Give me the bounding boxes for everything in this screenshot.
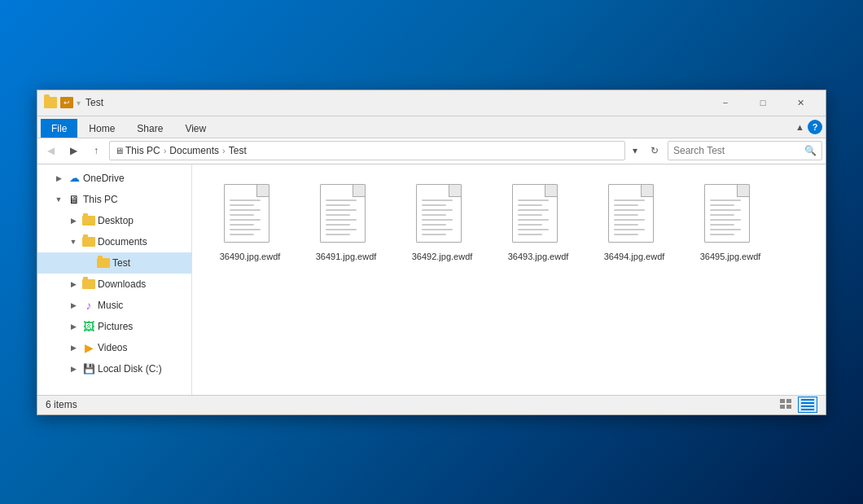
expand-this-pc-icon[interactable]: ▼ xyxy=(52,193,65,206)
sidebar-label-documents: Documents xyxy=(98,236,147,248)
file-doc-icon-2 xyxy=(416,184,468,246)
test-folder-icon xyxy=(96,256,111,270)
svg-rect-3 xyxy=(786,405,791,409)
expand-desktop-icon[interactable]: ▶ xyxy=(67,214,80,227)
sidebar-label-this-pc: This PC xyxy=(83,194,118,205)
tab-home[interactable]: Home xyxy=(78,119,125,138)
local-disk-icon: 💾 xyxy=(81,362,96,375)
file-doc-icon-3 xyxy=(512,184,564,246)
ribbon: File Home Share View ▲ ? xyxy=(37,116,826,138)
desktop-folder-icon xyxy=(81,214,96,227)
sidebar-label-desktop: Desktop xyxy=(98,215,134,226)
documents-folder-icon xyxy=(81,235,96,248)
file-item-2[interactable]: 36492.jpg.ewdf xyxy=(397,177,487,269)
svg-rect-5 xyxy=(801,402,814,404)
search-box[interactable]: 🔍 xyxy=(668,141,822,160)
address-path[interactable]: 🖥 This PC › Documents › Test xyxy=(109,141,625,160)
window-controls: − □ ✕ xyxy=(707,90,819,116)
list-view-button[interactable] xyxy=(798,397,817,413)
search-input[interactable] xyxy=(673,145,801,156)
expand-local-disk-icon[interactable]: ▶ xyxy=(67,362,80,375)
file-doc-icon-4 xyxy=(608,184,660,246)
sidebar-item-music[interactable]: ▶ ♪ Music xyxy=(37,295,191,316)
title-bar-icons: ↩ ▾ xyxy=(44,97,81,108)
path-segment-test[interactable]: Test xyxy=(229,145,247,156)
refresh-button[interactable]: ↻ xyxy=(645,141,664,160)
close-button[interactable]: ✕ xyxy=(782,90,819,116)
address-dropdown-button[interactable]: ▾ xyxy=(629,141,642,160)
file-item-5[interactable]: 36495.jpg.ewdf xyxy=(686,177,775,269)
folder-icon-title xyxy=(44,97,57,108)
maximize-button[interactable]: □ xyxy=(744,90,782,116)
search-icon[interactable]: 🔍 xyxy=(804,145,817,156)
file-name-2: 36492.jpg.ewdf xyxy=(412,251,473,262)
up-button[interactable]: ↑ xyxy=(86,141,106,160)
onedrive-icon: ☁ xyxy=(67,172,81,185)
sidebar-item-local-disk[interactable]: ▶ 💾 Local Disk (C:) xyxy=(37,358,191,379)
expand-onedrive-icon[interactable]: ▶ xyxy=(52,172,65,185)
status-bar: 6 items xyxy=(37,395,826,414)
quick-access-icon: ↩ xyxy=(60,97,73,108)
sidebar-item-videos[interactable]: ▶ ▶ Videos xyxy=(37,337,191,358)
sidebar-label-local-disk: Local Disk (C:) xyxy=(98,363,162,375)
sidebar-item-test[interactable]: Test xyxy=(37,252,191,274)
file-name-1: 36491.jpg.ewdf xyxy=(316,251,377,262)
path-segment-documents[interactable]: Documents xyxy=(169,145,219,156)
expand-music-icon[interactable]: ▶ xyxy=(67,299,80,312)
file-item-4[interactable]: 36494.jpg.ewdf xyxy=(589,177,679,269)
window-title: Test xyxy=(85,97,707,108)
minimize-button[interactable]: − xyxy=(707,90,744,116)
sidebar-label-videos: Videos xyxy=(98,342,127,353)
sidebar-label-onedrive: OneDrive xyxy=(83,173,125,184)
file-doc-icon-0 xyxy=(224,184,276,246)
main-content: ▶ ☁ OneDrive ▼ 🖥 This PC ▶ Desktop ▼ xyxy=(37,164,826,395)
tab-file[interactable]: File xyxy=(41,119,77,138)
file-doc-icon-5 xyxy=(704,184,756,246)
videos-icon: ▶ xyxy=(81,341,96,354)
ribbon-tabs: File Home Share View ▲ ? xyxy=(37,116,826,138)
file-item-3[interactable]: 36493.jpg.ewdf xyxy=(493,177,583,269)
sidebar-item-desktop[interactable]: ▶ Desktop xyxy=(37,210,191,231)
file-item-1[interactable]: 36491.jpg.ewdf xyxy=(301,177,391,269)
explorer-window: ↩ ▾ Test − □ ✕ File Home Share View ▲ ? … xyxy=(37,90,826,415)
help-button[interactable]: ? xyxy=(808,120,822,134)
sidebar-label-test: Test xyxy=(112,257,130,269)
forward-button[interactable]: ▶ xyxy=(64,141,83,160)
pc-small-icon: 🖥 xyxy=(115,146,124,156)
expand-documents-icon[interactable]: ▼ xyxy=(67,235,80,248)
file-doc-icon-1 xyxy=(320,184,372,246)
expand-videos-icon[interactable]: ▶ xyxy=(67,341,80,354)
ribbon-collapse-icon[interactable]: ▲ xyxy=(795,122,804,132)
sidebar-label-pictures: Pictures xyxy=(98,321,133,332)
back-button[interactable]: ◀ xyxy=(41,141,60,160)
address-bar: ◀ ▶ ↑ 🖥 This PC › Documents › Test ▾ ↻ 🔍 xyxy=(37,138,826,164)
grid-view-button[interactable] xyxy=(777,397,796,413)
file-item-0[interactable]: 36490.jpg.ewdf xyxy=(205,177,295,269)
sidebar-item-onedrive[interactable]: ▶ ☁ OneDrive xyxy=(37,168,191,189)
sidebar-label-music: Music xyxy=(98,300,123,311)
file-name-0: 36490.jpg.ewdf xyxy=(220,251,281,262)
sidebar-item-pictures[interactable]: ▶ 🖼 Pictures xyxy=(37,316,191,337)
sidebar-item-this-pc[interactable]: ▼ 🖥 This PC xyxy=(37,189,191,210)
sidebar-item-documents[interactable]: ▼ Documents xyxy=(37,231,191,252)
svg-rect-0 xyxy=(780,399,785,403)
file-name-5: 36495.jpg.ewdf xyxy=(700,251,761,262)
downloads-folder-icon xyxy=(81,278,96,291)
path-segment-this-pc[interactable]: 🖥 This PC xyxy=(115,145,160,156)
path-sep-2: › xyxy=(222,146,226,156)
file-area: 36490.jpg.ewdf36491.jpg.ewdf36492.jpg.ew… xyxy=(192,164,826,395)
expand-test-icon[interactable] xyxy=(81,256,94,270)
expand-pictures-icon[interactable]: ▶ xyxy=(67,320,80,333)
file-name-3: 36493.jpg.ewdf xyxy=(508,251,569,262)
pictures-icon: 🖼 xyxy=(81,320,96,333)
svg-rect-4 xyxy=(801,399,814,401)
music-icon: ♪ xyxy=(81,299,96,312)
path-sep-1: › xyxy=(164,146,167,156)
tab-share[interactable]: Share xyxy=(126,119,173,138)
svg-rect-7 xyxy=(801,409,814,410)
expand-downloads-icon[interactable]: ▶ xyxy=(67,278,80,291)
svg-rect-1 xyxy=(786,399,791,403)
sidebar-label-downloads: Downloads xyxy=(98,278,146,290)
sidebar-item-downloads[interactable]: ▶ Downloads xyxy=(37,274,191,295)
tab-view[interactable]: View xyxy=(174,119,217,138)
